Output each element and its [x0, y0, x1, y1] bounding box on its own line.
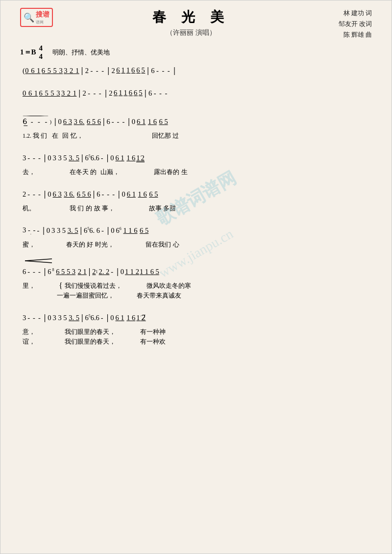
notes-611665-5: 66 1 1 6 6 5	[116, 227, 149, 235]
dash-30: -	[38, 268, 41, 276]
lyric-ludao: 露出春的 生	[154, 168, 187, 176]
dash-r3: -	[45, 118, 48, 126]
notation-row-3: 6̲ - - - ) | 0 6 3 3 6. 6 5 6 | 6 - -	[23, 113, 369, 131]
credit-2: 邹友开 改词	[318, 19, 372, 29]
note-2: 2	[85, 67, 89, 75]
note-0-2: 0 6 1	[23, 89, 38, 98]
bar-17: |	[43, 226, 45, 235]
rest-0-4: 0	[110, 154, 114, 162]
bar-25: |	[107, 313, 109, 322]
lyric-row-8b: 谊， 我们眼里的春天， 有一种欢	[23, 337, 369, 347]
notes-6116-3: 6 1 1 6	[115, 314, 135, 322]
dash-12: -	[165, 89, 167, 98]
bar-13: |	[107, 153, 109, 162]
n6-1-3: 6 1	[127, 190, 136, 198]
row-group-4: 3 - - - | 0 3 3 5 3. 5 | 656. 6 - | 0 6 …	[23, 150, 369, 177]
note-2-3: 2	[109, 89, 113, 98]
notation-row-5: 2 - - - | 0 6 3 3 6. 6 5 6 | 6 - - - | 0	[23, 186, 369, 203]
dash-4: -	[156, 67, 159, 75]
n1-1-2: 1 1 6	[123, 227, 137, 234]
note-3: 3	[23, 154, 26, 162]
n6553: 6 5 5 3	[56, 268, 75, 276]
dash-16: -	[27, 154, 30, 162]
bar-11: |	[44, 153, 46, 162]
n656: 6 5 6	[87, 118, 101, 126]
song-title: 春 光 美	[64, 8, 318, 26]
n1-6: 1 6	[148, 118, 157, 126]
rest-0-8: 0	[111, 227, 114, 235]
time-bottom: 4	[39, 52, 43, 61]
lyric-liuzai: 留在我们 心	[146, 240, 179, 249]
note-2-4: 2	[23, 190, 26, 199]
spacer-5	[23, 253, 369, 258]
note-6-2: 6	[148, 89, 152, 98]
bar-16: |	[118, 190, 120, 199]
notes-335-2: 3 3 5 3. 5	[51, 227, 78, 235]
notes-611665-3: 6 1 1 6 6 5	[137, 118, 168, 126]
logo-area: 🔍 搜谱 谱网	[20, 8, 64, 27]
lyric-women-man: 我们慢慢说着过去，	[65, 281, 122, 290]
dash-3: -	[101, 67, 104, 75]
lyric-chuntiande: 春天的 好	[66, 240, 93, 249]
note-6-5: 6	[96, 154, 99, 162]
bar-5: |	[78, 89, 80, 98]
spacer-3	[23, 181, 369, 186]
logo-box: 🔍 搜谱 谱网	[20, 8, 53, 27]
bar-2: |	[108, 66, 110, 75]
time-signature: 4 4	[39, 44, 43, 60]
n3-6: 3 6.	[74, 118, 85, 126]
dash-13: -	[112, 118, 114, 126]
notation-row-6: 3 -. - - | 0 3 3 5 3. 5 | 656. 6 - | 0 6…	[23, 222, 369, 240]
n36-2: 3 6.	[64, 190, 74, 198]
n35-3: 3. 5	[69, 314, 79, 322]
lyric-row-7b: 一遍一遍甜蜜回忆， 春天带来真诚友	[23, 291, 369, 301]
n65-3: 6 5	[140, 227, 148, 234]
lyric-row-8a: 意， 我们眼里的春天， 有一种神	[23, 327, 369, 337]
dash-r1: -	[31, 118, 33, 126]
note-2-2: 2	[82, 89, 86, 98]
lyric-mi: 蜜，	[23, 240, 35, 249]
lyric-qu: 去，	[23, 168, 35, 176]
rest-0-11: 0	[110, 314, 114, 322]
rest-0: 0	[58, 118, 62, 126]
note-6s-2: 656. 6	[84, 227, 100, 235]
dash-26: -	[37, 227, 39, 235]
bar-10: |	[128, 117, 130, 126]
n35-2: 3. 5	[68, 227, 78, 234]
dash-29: -	[33, 268, 35, 276]
n1-6-3: 1 6	[138, 190, 147, 198]
slur-arc-1	[23, 116, 49, 116]
note-6-3: 6̲	[23, 118, 27, 126]
lyric-row-4: 去， 在冬天 的 山巅， 露出春的 生	[23, 167, 369, 177]
bar-22: |	[117, 267, 119, 276]
bar-23: |	[44, 313, 46, 322]
dash-10: -	[154, 89, 156, 98]
note-6-4: 6	[107, 118, 110, 126]
lyric-women-yan2: 我们眼里的春天，	[65, 337, 116, 346]
lyric-li: 里，	[23, 281, 35, 290]
dash-7: -	[88, 89, 90, 98]
dash-8: -	[94, 89, 96, 98]
score-content: ( 0 6 1 6 5 5 3 3 2 1 | 2 - - - | 2 6·1·…	[20, 62, 372, 347]
lyric-row-3: 1.2. 我 们 在 回 忆， 回忆那 过	[23, 131, 369, 141]
row-group-2: 0 6 1 6 5 5 3 3 2 1 | 2 - - - | 2 6·1·1·…	[23, 85, 369, 102]
lyric-row-5: 机。 我 们 的 故 事， 故事 多甜	[23, 203, 369, 213]
page: 🔍 搜谱 谱网 春 光 美 （许丽丽 演唱） 林 建功 词 邹友开 改词 陈 辉…	[0, 0, 392, 554]
n2-dot: 2	[92, 268, 96, 276]
notation-row-1: ( 0 6 1 6 5 5 3 3 2 1 | 2 - - - | 2 6·1·…	[23, 62, 369, 80]
notation-row-7: 6 - - - | 6 8 6 5 5 3 2 1 | 2 1 2. 2 - |…	[23, 263, 369, 281]
note-12: 1·2	[136, 154, 145, 162]
notes-6553-2: 6 5 5 3	[39, 89, 60, 98]
notes-335-3: 3 3 5 3. 5	[53, 314, 79, 322]
bar-6: |	[105, 89, 107, 98]
lyric-ji: 机。	[23, 204, 35, 213]
dash-22: -	[38, 190, 41, 199]
key-line: 1＝B 4 4 明朗、抒情、优美地	[20, 44, 372, 60]
notes-6553: 6 5 5 3	[42, 67, 63, 75]
dash-34: -	[38, 314, 41, 322]
notation-row-4: 3 - - - | 0 3 3 5 3. 5 | 656. 6 - | 0 6 …	[23, 150, 369, 167]
logo-text: 搜谱	[36, 11, 49, 18]
bar-20: |	[44, 267, 46, 276]
lyric-zaidong: 在冬天 的	[70, 168, 97, 176]
n12: 1·2	[136, 154, 145, 162]
